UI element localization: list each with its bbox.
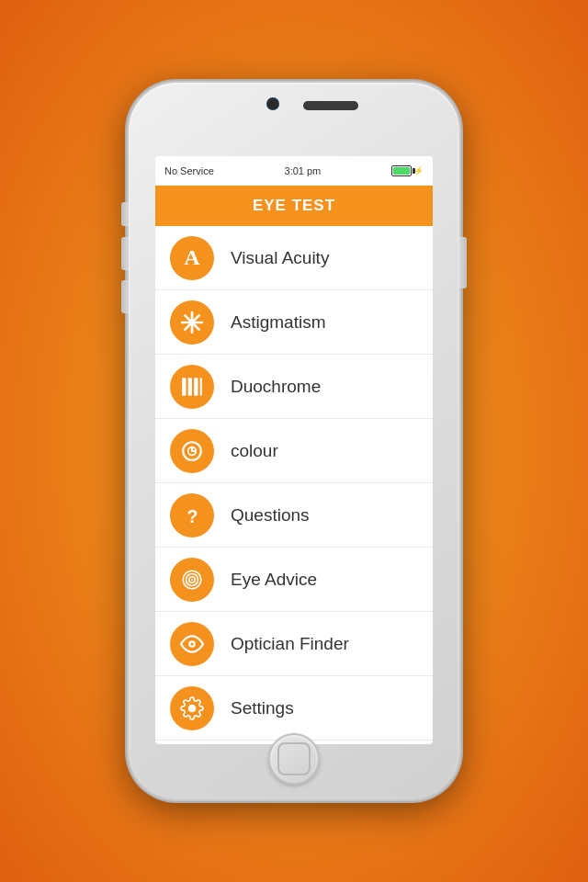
status-bar: No Service 3:01 pm ⚡: [155, 156, 433, 186]
gear-svg: [180, 696, 204, 720]
speaker: [303, 101, 358, 110]
navigation-bar: EYE TEST: [155, 186, 433, 226]
questions-icon: ?: [170, 493, 214, 537]
menu-list: A Visual Acuity Astigmatism: [155, 226, 433, 741]
status-right: ⚡: [391, 165, 424, 176]
menu-item-astigmatism[interactable]: Astigmatism: [155, 290, 433, 355]
app-title: EYE TEST: [253, 197, 335, 215]
svg-rect-2: [194, 378, 198, 396]
question-svg: ?: [180, 503, 204, 527]
battery-fill: [393, 167, 410, 175]
visual-acuity-icon: A: [170, 236, 214, 280]
phone-screen: No Service 3:01 pm ⚡ EYE TEST A Visual A…: [155, 156, 433, 744]
menu-item-optician-finder[interactable]: Optician Finder: [155, 612, 433, 676]
power-button[interactable]: [459, 237, 467, 288]
duochrome-icon: [170, 365, 214, 409]
bars-svg: [180, 375, 204, 399]
eye-svg: [180, 632, 204, 656]
asterisk-svg: [180, 311, 204, 334]
menu-item-colour[interactable]: colour: [155, 419, 433, 483]
eye-advice-label: Eye Advice: [231, 570, 317, 590]
svg-rect-3: [200, 378, 202, 396]
questions-label: Questions: [231, 505, 310, 526]
settings-icon: [170, 686, 214, 730]
svg-point-14: [190, 642, 193, 645]
service-status: No Service: [164, 165, 214, 176]
visual-acuity-label: Visual Acuity: [231, 248, 329, 268]
menu-item-visual-acuity[interactable]: A Visual Acuity: [155, 226, 433, 290]
menu-item-duochrome[interactable]: Duochrome: [155, 355, 433, 419]
colour-label: colour: [231, 441, 278, 461]
volume-down-button[interactable]: [121, 280, 129, 313]
home-button-inner: [277, 742, 311, 775]
svg-text:?: ?: [187, 505, 198, 526]
battery-icon: [391, 165, 412, 176]
home-button[interactable]: [268, 733, 320, 785]
camera: [266, 97, 279, 110]
svg-rect-1: [188, 378, 192, 396]
colour-icon: [170, 429, 214, 473]
phone-frame: No Service 3:01 pm ⚡ EYE TEST A Visual A…: [129, 83, 459, 799]
mute-button[interactable]: [121, 202, 129, 226]
svg-point-12: [191, 578, 193, 580]
eye-clock-svg: [180, 439, 204, 463]
target-svg: [180, 568, 204, 592]
eye-advice-icon: [170, 558, 214, 602]
svg-rect-0: [182, 378, 186, 396]
duochrome-label: Duochrome: [231, 377, 321, 397]
menu-item-eye-advice[interactable]: Eye Advice: [155, 548, 433, 612]
astigmatism-icon: [170, 300, 214, 345]
volume-up-button[interactable]: [121, 237, 129, 270]
clock: 3:01 pm: [285, 165, 322, 176]
menu-item-questions[interactable]: ? Questions: [155, 483, 433, 548]
optician-finder-label: Optician Finder: [231, 634, 349, 654]
settings-label: Settings: [231, 698, 294, 718]
menu-item-settings[interactable]: Settings: [155, 676, 433, 741]
astigmatism-label: Astigmatism: [231, 312, 325, 333]
optician-finder-icon: [170, 622, 214, 666]
